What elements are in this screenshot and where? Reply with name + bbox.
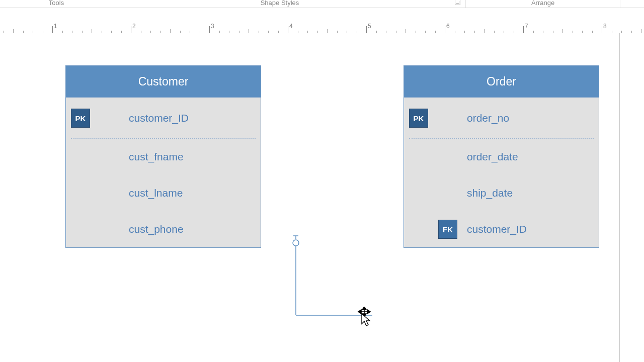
field-name: order_no	[467, 112, 509, 124]
ruler-tick-minor	[327, 29, 328, 33]
field-row[interactable]: PK order_no	[404, 98, 599, 139]
ruler-tick-minor	[170, 29, 171, 33]
relationship-connector[interactable]	[292, 236, 377, 321]
field-row[interactable]: cust_phone	[66, 211, 261, 247]
ruler-label: 7	[525, 23, 528, 30]
field-row[interactable]: order_date	[404, 139, 599, 175]
ruler-tick-major	[209, 26, 210, 33]
field-name: cust_lname	[129, 187, 183, 199]
entity-title: Customer	[66, 66, 261, 98]
ruler-tick-minor	[562, 29, 563, 33]
ruler-tick-major	[523, 26, 524, 33]
field-name: ship_date	[467, 187, 513, 199]
ruler-tick-major	[52, 26, 53, 33]
dialog-launcher-icon[interactable]	[455, 0, 460, 5]
field-row[interactable]: ship_date	[404, 175, 599, 211]
ruler-tick-major	[288, 26, 288, 33]
field-name: customer_ID	[129, 112, 189, 124]
ribbon-separator	[620, 0, 620, 8]
drawing-canvas[interactable]: Customer PK customer_ID cust_fname cust_…	[0, 33, 644, 362]
ruler-tick-minor	[249, 29, 249, 33]
svg-marker-7	[362, 314, 366, 317]
ruler-tick-minor	[641, 29, 641, 33]
ribbon-group-arrange: Arrange	[531, 0, 554, 7]
move-cursor-icon	[357, 307, 371, 327]
ribbon-separator	[465, 0, 466, 8]
entity-customer[interactable]: Customer PK customer_ID cust_fname cust_…	[65, 65, 261, 248]
field-row[interactable]: PK customer_ID	[66, 98, 261, 139]
field-row[interactable]: FK customer_ID	[404, 211, 599, 247]
ruler-tick-minor	[13, 29, 14, 33]
ribbon-group-labels: Tools Shape Styles Arrange	[0, 0, 644, 8]
field-row[interactable]: cust_lname	[66, 175, 261, 211]
entity-title: Order	[404, 66, 599, 98]
ruler-tick-minor	[406, 29, 406, 33]
ribbon-group-tools: Tools	[49, 0, 64, 7]
ruler-label: 6	[446, 23, 450, 30]
pk-badge: PK	[71, 109, 90, 128]
svg-marker-11	[362, 314, 370, 326]
ruler-label: 8	[603, 23, 607, 30]
ruler-label: 5	[368, 23, 371, 30]
field-name: order_date	[467, 151, 518, 163]
field-name: cust_fname	[129, 151, 184, 163]
ruler-tick-major	[445, 26, 445, 33]
svg-marker-10	[367, 310, 370, 314]
field-name: cust_phone	[129, 223, 184, 235]
pk-badge: PK	[409, 109, 428, 128]
ruler-label: 2	[132, 23, 136, 30]
ruler-label: 3	[211, 23, 214, 30]
ruler-tick-major	[602, 26, 602, 33]
page-edge	[619, 33, 620, 362]
ruler-label: 4	[289, 23, 293, 30]
svg-marker-6	[362, 307, 366, 310]
field-row[interactable]: cust_fname	[66, 139, 261, 175]
svg-point-2	[293, 240, 299, 246]
ruler-tick-major	[366, 26, 367, 33]
svg-marker-9	[358, 310, 361, 314]
ruler-tick-minor	[484, 29, 485, 33]
entity-order[interactable]: Order PK order_no order_date ship_date F…	[404, 65, 599, 248]
ribbon-group-shape-styles: Shape Styles	[261, 0, 299, 7]
ruler-tick-minor	[92, 29, 92, 33]
ruler-label: 1	[54, 23, 57, 30]
fk-badge: FK	[438, 220, 457, 239]
ruler-tick-major	[131, 26, 131, 33]
horizontal-ruler[interactable]: 12345678	[0, 8, 644, 33]
field-name: customer_ID	[467, 223, 527, 235]
